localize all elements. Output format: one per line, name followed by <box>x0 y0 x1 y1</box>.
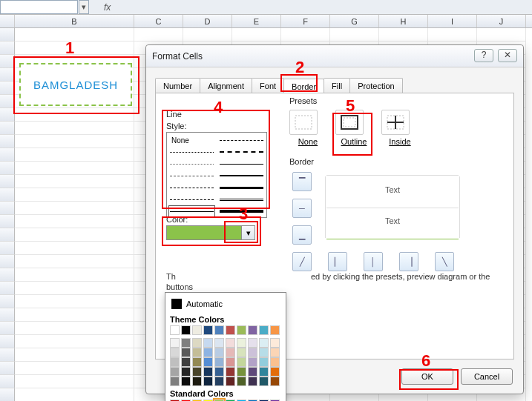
color-swatch-option[interactable] <box>248 367 257 377</box>
color-swatch-option[interactable] <box>181 357 191 367</box>
color-swatch-option[interactable] <box>270 357 280 367</box>
column-headers[interactable]: BCDEFGHIJ <box>0 15 532 28</box>
color-swatch-option[interactable] <box>170 357 180 367</box>
row-header[interactable] <box>0 242 15 255</box>
color-swatch-option[interactable] <box>170 325 180 335</box>
cancel-button[interactable]: Cancel <box>461 368 513 385</box>
col-header[interactable]: D <box>183 15 232 27</box>
row-header[interactable] <box>0 228 15 242</box>
row-header[interactable] <box>0 388 15 401</box>
color-swatch-option[interactable] <box>259 348 269 357</box>
row-header[interactable] <box>0 42 15 55</box>
color-swatch-option[interactable] <box>259 325 269 335</box>
col-header[interactable]: H <box>379 15 428 27</box>
dialog-help-button[interactable]: ? <box>474 49 493 62</box>
cell[interactable] <box>477 28 526 42</box>
col-header[interactable]: J <box>477 15 526 27</box>
cell[interactable] <box>15 375 134 388</box>
color-swatch-option[interactable] <box>248 338 257 348</box>
color-swatch-option[interactable] <box>181 348 191 357</box>
color-swatch-option[interactable] <box>248 377 257 386</box>
row-header[interactable] <box>0 28 15 42</box>
tab-protection[interactable]: Protection <box>349 78 403 93</box>
col-header[interactable]: B <box>15 15 134 27</box>
cell[interactable] <box>15 162 134 175</box>
color-swatch-option[interactable] <box>170 367 180 377</box>
cell[interactable] <box>15 28 134 42</box>
cell[interactable] <box>15 188 134 202</box>
color-swatch-option[interactable] <box>226 348 235 357</box>
dialog-close-button[interactable]: ✕ <box>498 49 517 62</box>
color-swatch-option[interactable] <box>270 367 280 377</box>
cell[interactable] <box>15 42 134 55</box>
tab-fill[interactable]: Fill <box>324 78 350 93</box>
color-swatch-option[interactable] <box>181 367 191 377</box>
row-header[interactable] <box>0 255 15 268</box>
color-swatch-option[interactable] <box>214 325 224 335</box>
cell[interactable] <box>15 215 134 228</box>
row-header[interactable] <box>0 95 15 108</box>
cell[interactable] <box>134 28 183 42</box>
cell[interactable] <box>15 255 134 268</box>
row-header[interactable] <box>0 282 15 295</box>
cell[interactable] <box>428 28 477 42</box>
cell[interactable] <box>15 202 134 215</box>
cell[interactable] <box>183 28 232 42</box>
color-swatch-option[interactable] <box>226 377 235 386</box>
color-swatch-option[interactable] <box>270 338 280 348</box>
cell[interactable] <box>15 295 134 308</box>
row-header[interactable] <box>0 375 15 388</box>
color-swatch-option[interactable] <box>181 325 191 335</box>
row-header[interactable] <box>0 148 15 162</box>
cell[interactable] <box>15 228 134 242</box>
color-swatch-option[interactable] <box>259 357 269 367</box>
color-swatch-option[interactable] <box>170 338 180 348</box>
color-swatch-option[interactable] <box>237 348 246 357</box>
col-header[interactable]: G <box>330 15 379 27</box>
border-diag-up-button[interactable]: ╱ <box>292 252 312 271</box>
color-swatch-option[interactable] <box>214 377 224 386</box>
col-header[interactable]: I <box>428 15 477 27</box>
cell[interactable] <box>15 335 134 348</box>
color-swatch-option[interactable] <box>226 338 235 348</box>
color-swatch-option[interactable] <box>192 338 202 348</box>
dialog-titlebar[interactable]: Format Cells ? ✕ <box>146 45 523 67</box>
color-swatch-option[interactable] <box>181 377 191 386</box>
color-swatch-option[interactable] <box>203 338 213 348</box>
color-swatch-option[interactable] <box>237 377 246 386</box>
col-header[interactable]: F <box>281 15 330 27</box>
color-swatch-option[interactable] <box>203 348 213 357</box>
cell[interactable] <box>15 135 134 148</box>
cell[interactable] <box>15 268 134 282</box>
color-swatch-option[interactable] <box>181 338 191 348</box>
cell[interactable] <box>379 28 428 42</box>
color-swatch-option[interactable] <box>237 357 246 367</box>
row-header[interactable] <box>0 135 15 148</box>
row-header[interactable] <box>0 335 15 348</box>
color-swatch-option[interactable] <box>226 357 235 367</box>
color-swatch-option[interactable] <box>192 348 202 357</box>
name-box-dropdown[interactable]: ▾ <box>79 0 89 14</box>
color-swatch-option[interactable] <box>203 325 213 335</box>
color-swatch-option[interactable] <box>192 367 202 377</box>
border-left-button[interactable]: ▏ <box>328 252 347 271</box>
color-swatch-option[interactable] <box>226 367 235 377</box>
cell[interactable] <box>15 348 134 362</box>
tab-alignment[interactable]: Alignment <box>200 78 252 93</box>
color-swatch-option[interactable] <box>259 367 269 377</box>
col-header[interactable]: E <box>232 15 281 27</box>
row-header[interactable] <box>0 322 15 335</box>
color-swatch-option[interactable] <box>237 325 246 335</box>
cell[interactable] <box>232 28 281 42</box>
color-swatch-option[interactable] <box>237 367 246 377</box>
col-header[interactable] <box>0 15 15 27</box>
cell[interactable] <box>15 362 134 375</box>
row-header[interactable] <box>0 308 15 322</box>
color-swatch-option[interactable] <box>237 338 246 348</box>
color-swatch-option[interactable] <box>270 348 280 357</box>
color-swatch-option[interactable] <box>259 338 269 348</box>
border-bottom-button[interactable]: ▁ <box>292 225 312 245</box>
border-top-button[interactable]: ▔ <box>292 172 312 191</box>
row-header[interactable] <box>0 55 15 68</box>
color-swatch-option[interactable] <box>170 348 180 357</box>
